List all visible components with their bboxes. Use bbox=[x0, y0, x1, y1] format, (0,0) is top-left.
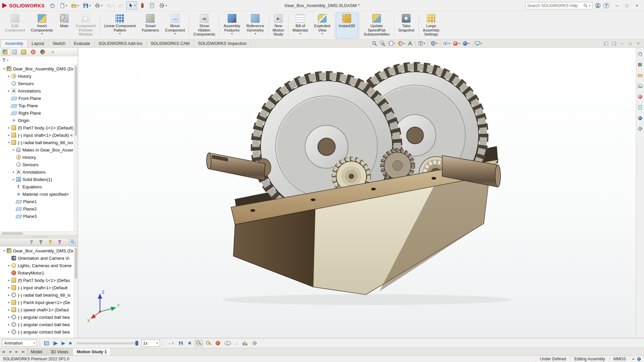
status-units[interactable]: MMGS bbox=[609, 357, 630, 361]
motion-tree-item[interactable]: ▸(-) angular contact ball bea bbox=[1, 321, 73, 328]
motor-button[interactable] bbox=[214, 340, 222, 346]
tab-assembly[interactable]: Assembly bbox=[1, 40, 28, 47]
tab-layout[interactable]: Layout bbox=[28, 40, 49, 47]
expand-arrow-icon[interactable]: ▸ bbox=[7, 293, 11, 297]
motion-tree-item[interactable]: ▸Lights, Cameras and Scene bbox=[1, 262, 73, 269]
pane-split-right-button[interactable] bbox=[610, 40, 618, 47]
appearances-scenes-button[interactable] bbox=[637, 93, 644, 100]
zoom-to-area-button[interactable] bbox=[379, 40, 386, 47]
motion-tree-item[interactable]: ▸(-) radial ball bearing_68_is bbox=[1, 291, 73, 299]
scrollbar-thumb[interactable] bbox=[75, 248, 77, 279]
gearbox-3d-model[interactable] bbox=[78, 48, 636, 338]
options-button[interactable]: ▾ bbox=[157, 1, 168, 10]
home-button[interactable] bbox=[48, 1, 57, 10]
displaymanager-tab[interactable] bbox=[39, 48, 48, 55]
feature-tree-item[interactable]: ▸Mates in Gear_Box_Assemb bbox=[1, 146, 73, 154]
document-close-button[interactable]: × bbox=[635, 40, 642, 47]
assembly-features-button[interactable]: Assembly Features▼ bbox=[221, 12, 244, 39]
exploded-view-button[interactable]: Exploded View▼ bbox=[311, 12, 333, 39]
playback-speed-select[interactable]: 1x ▾ bbox=[141, 340, 160, 347]
feature-tree-item[interactable]: Origin bbox=[1, 117, 73, 124]
add-key-button[interactable] bbox=[204, 340, 213, 347]
print-button[interactable]: ▾ bbox=[93, 1, 104, 10]
timeline-thumb[interactable] bbox=[136, 341, 138, 346]
scroll-first-button[interactable]: |◀ bbox=[0, 348, 7, 355]
expand-arrow-icon[interactable]: ▸ bbox=[7, 74, 11, 78]
motion-tree-item[interactable]: ▸(-) input shaft<1> (Default bbox=[1, 284, 73, 291]
section-view-button[interactable]: ▾ bbox=[396, 40, 406, 47]
feature-tree-item[interactable]: ▾(-) radial ball bearing_68_iso<1 bbox=[1, 139, 73, 146]
file-explorer-button[interactable] bbox=[637, 72, 644, 78]
pane-split-left-button[interactable] bbox=[602, 40, 610, 47]
feature-tree-item[interactable]: Plane2 bbox=[1, 205, 73, 213]
feature-tree-hscrollbar[interactable] bbox=[0, 231, 78, 235]
feature-tree-item[interactable]: ▸Annotations bbox=[1, 87, 73, 95]
filter-results-button[interactable] bbox=[56, 239, 63, 245]
scroll-last-button[interactable]: ▶| bbox=[20, 348, 27, 355]
save-animation-button[interactable] bbox=[177, 340, 185, 347]
feature-tree-item[interactable]: ▾Gear_Box_Assembly_DMS (Default) bbox=[1, 65, 73, 72]
hide-show-items-button[interactable]: ▾ bbox=[442, 40, 451, 47]
filter-animated-button[interactable] bbox=[28, 239, 35, 245]
expand-arrow-icon[interactable]: ▸ bbox=[11, 178, 16, 181]
filter-dropdown-arrow-icon[interactable]: ▾ bbox=[7, 59, 8, 62]
feature-tree-item[interactable]: Plane1 bbox=[1, 198, 73, 205]
help-icon[interactable]: ? bbox=[603, 3, 609, 8]
zoom-fit-timeline-button[interactable] bbox=[69, 239, 76, 245]
timeline-track[interactable] bbox=[76, 343, 138, 344]
help-search-box[interactable]: ▾ bbox=[525, 2, 592, 9]
expand-arrow-icon[interactable]: ▸ bbox=[7, 286, 11, 289]
view-palette-button[interactable] bbox=[637, 82, 644, 89]
expand-arrow-icon[interactable]: ▸ bbox=[7, 133, 11, 137]
expand-arrow-icon[interactable]: ▾ bbox=[2, 249, 6, 252]
feature-tree-item[interactable]: History bbox=[1, 154, 73, 161]
results-and-plots-button[interactable] bbox=[241, 340, 249, 346]
tab-overflow[interactable]: » bbox=[48, 48, 57, 55]
motion-tree-item[interactable]: ▸(-) Part4 input gear<1> (De bbox=[1, 299, 73, 306]
bill-of-materials-button[interactable]: Bill of Materials▼ bbox=[289, 12, 311, 39]
search-input[interactable] bbox=[527, 3, 582, 8]
play-from-start-button[interactable]: |▶ bbox=[51, 340, 59, 347]
design-library-button[interactable] bbox=[637, 61, 644, 68]
undo-button[interactable]: ▾ bbox=[105, 1, 116, 10]
motion-tree-item[interactable]: ▸(-) angular contact ball bea bbox=[1, 313, 73, 321]
smart-fasteners-button[interactable]: Smart Fasteners bbox=[139, 12, 162, 39]
calculate-button[interactable] bbox=[43, 340, 51, 346]
new-document-button[interactable]: ▾ bbox=[58, 1, 69, 10]
gravity-button[interactable]: ↓ bbox=[234, 340, 239, 347]
feature-tree-item[interactable]: ▸Annotations bbox=[1, 168, 73, 176]
linear-component-pattern-button[interactable]: Linear Component Pattern▼ bbox=[101, 12, 139, 39]
filter-driving-button[interactable] bbox=[38, 239, 44, 245]
display-style-button[interactable]: ▾ bbox=[429, 40, 439, 47]
maximize-button[interactable]: □ bbox=[622, 1, 632, 10]
expand-arrow-icon[interactable]: ▸ bbox=[7, 323, 11, 326]
reference-geometry-button[interactable]: Reference Geometry▼ bbox=[243, 12, 267, 39]
new-motion-study-button[interactable]: New Motion Study bbox=[270, 12, 287, 39]
feature-tree-item[interactable]: Sensors bbox=[1, 80, 73, 87]
network-status-icon[interactable] bbox=[637, 357, 641, 361]
study-type-select[interactable]: Animation ▾ bbox=[2, 340, 37, 347]
redo-button[interactable] bbox=[116, 1, 125, 10]
stop-button[interactable]: ■ bbox=[67, 340, 73, 347]
contact-button[interactable] bbox=[223, 340, 232, 346]
search-icon[interactable] bbox=[583, 3, 588, 8]
close-button[interactable]: × bbox=[632, 1, 642, 10]
dynamic-annotation-views-button[interactable] bbox=[406, 40, 414, 47]
solidworks-cam-button[interactable] bbox=[637, 125, 644, 132]
tab-3d-views[interactable]: 3D Views bbox=[47, 348, 73, 355]
dimxpertmanager-tab[interactable] bbox=[30, 48, 38, 55]
expand-arrow-icon[interactable]: ▸ bbox=[7, 330, 11, 334]
play-button[interactable]: ▶ bbox=[60, 340, 67, 347]
tab-evaluate[interactable]: Evaluate bbox=[70, 40, 95, 47]
file-properties-button[interactable] bbox=[148, 1, 157, 10]
solidworks-forum-button[interactable] bbox=[637, 115, 644, 121]
scroll-next-button[interactable]: ▶ bbox=[13, 348, 20, 355]
insert-components-button[interactable]: Insert Components▼ bbox=[28, 12, 56, 39]
solidworks-resources-button[interactable] bbox=[637, 50, 644, 57]
feature-tree-item[interactable]: ▸History bbox=[1, 72, 73, 80]
apply-scene-button[interactable]: ▾ bbox=[461, 40, 471, 47]
rebuild-button[interactable] bbox=[138, 1, 147, 10]
featuremanager-tab[interactable] bbox=[1, 48, 10, 55]
tab-sketch[interactable]: Sketch bbox=[49, 40, 70, 47]
save-button[interactable]: ▾ bbox=[81, 1, 92, 10]
